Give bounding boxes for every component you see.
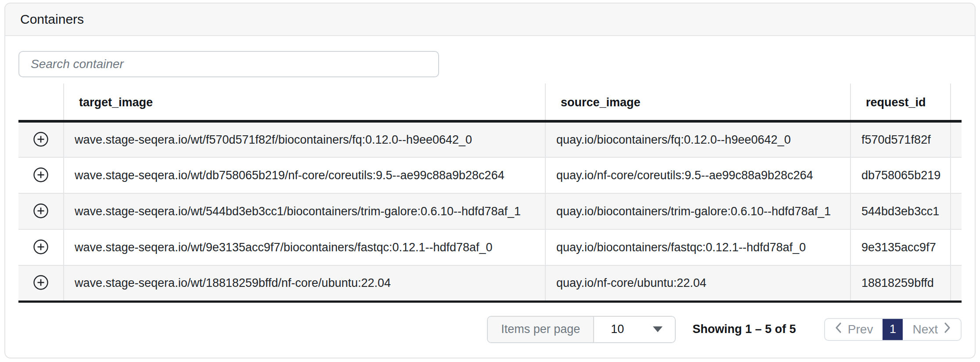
items-per-page-select[interactable]: 10: [594, 317, 675, 342]
expand-row-button[interactable]: [31, 202, 50, 221]
cell-target-image: wave.stage-seqera.io/wt/9e3135acc9f7/bio…: [64, 229, 545, 265]
plus-circle-icon: [33, 239, 49, 256]
table-row: wave.stage-seqera.io/wt/f570d571f82f/bio…: [18, 121, 962, 157]
prev-page-label: Prev: [848, 322, 873, 337]
table-row: wave.stage-seqera.io/wt/db758065b219/nf-…: [18, 157, 962, 193]
expand-row-button[interactable]: [31, 166, 50, 185]
column-header-source-image: source_image: [545, 83, 850, 121]
expand-row-button[interactable]: [31, 238, 50, 257]
cell-source-image: quay.io/biocontainers/fq:0.12.0--h9ee064…: [545, 121, 850, 157]
prev-page-button[interactable]: Prev: [825, 319, 883, 340]
table-row: wave.stage-seqera.io/wt/9e3135acc9f7/bio…: [18, 229, 962, 265]
table-row: wave.stage-seqera.io/wt/18818259bffd/nf-…: [18, 265, 962, 301]
next-page-label: Next: [912, 322, 938, 337]
items-per-page-value: 10: [611, 322, 624, 336]
table-header-row: target_image source_image request_id: [18, 83, 962, 121]
pager-control: Prev 1 Next: [824, 318, 962, 341]
chevron-left-icon: [835, 322, 842, 337]
showing-range-text: Showing 1 – 5 of 5: [692, 322, 796, 336]
cell-spacer: [951, 265, 962, 301]
plus-circle-icon: [33, 203, 49, 220]
items-per-page-label: Items per page: [488, 317, 594, 342]
cell-request-id: 18818259bffd: [850, 265, 951, 301]
column-header-request-id: request_id: [850, 83, 951, 121]
search-input[interactable]: [18, 51, 439, 77]
expand-row-button[interactable]: [31, 130, 50, 149]
cell-target-image: wave.stage-seqera.io/wt/544bd3eb3cc1/bio…: [64, 193, 545, 229]
plus-circle-icon: [33, 275, 49, 292]
cell-spacer: [951, 157, 962, 193]
cell-spacer: [951, 193, 962, 229]
containers-table: target_image source_image request_id: [18, 83, 962, 303]
cell-source-image: quay.io/biocontainers/trim-galore:0.6.10…: [545, 193, 850, 229]
cell-request-id: 9e3135acc9f7: [850, 229, 951, 265]
cell-source-image: quay.io/nf-core/ubuntu:22.04: [545, 265, 850, 301]
card-header: Containers: [5, 4, 975, 36]
cell-request-id: db758065b219: [850, 157, 951, 193]
plus-circle-icon: [33, 131, 49, 148]
expand-column-header: [18, 83, 64, 121]
card-body: target_image source_image request_id: [5, 36, 975, 352]
containers-card: Containers target_image source_image req…: [4, 3, 976, 358]
cell-source-image: quay.io/nf-core/coreutils:9.5--ae99c88a9…: [545, 157, 850, 193]
table-row: wave.stage-seqera.io/wt/544bd3eb3cc1/bio…: [18, 193, 962, 229]
pagination-bar: Items per page 10 Showing 1 – 5 of 5 Pre…: [18, 316, 962, 343]
spacer-column-header: [951, 83, 962, 121]
cell-spacer: [951, 229, 962, 265]
cell-target-image: wave.stage-seqera.io/wt/18818259bffd/nf-…: [64, 265, 545, 301]
current-page-button[interactable]: 1: [883, 319, 903, 340]
caret-down-icon: [653, 326, 663, 332]
plus-circle-icon: [33, 167, 49, 184]
chevron-right-icon: [944, 322, 951, 337]
cell-target-image: wave.stage-seqera.io/wt/db758065b219/nf-…: [64, 157, 545, 193]
page-title: Containers: [20, 12, 84, 27]
items-per-page-group: Items per page 10: [487, 316, 676, 343]
cell-request-id: 544bd3eb3cc1: [850, 193, 951, 229]
cell-spacer: [951, 121, 962, 157]
next-page-button[interactable]: Next: [903, 319, 961, 340]
cell-source-image: quay.io/biocontainers/fastqc:0.12.1--hdf…: [545, 229, 850, 265]
expand-row-button[interactable]: [31, 273, 50, 293]
column-header-target-image: target_image: [64, 83, 545, 121]
cell-request-id: f570d571f82f: [850, 121, 951, 157]
cell-target-image: wave.stage-seqera.io/wt/f570d571f82f/bio…: [64, 121, 545, 157]
